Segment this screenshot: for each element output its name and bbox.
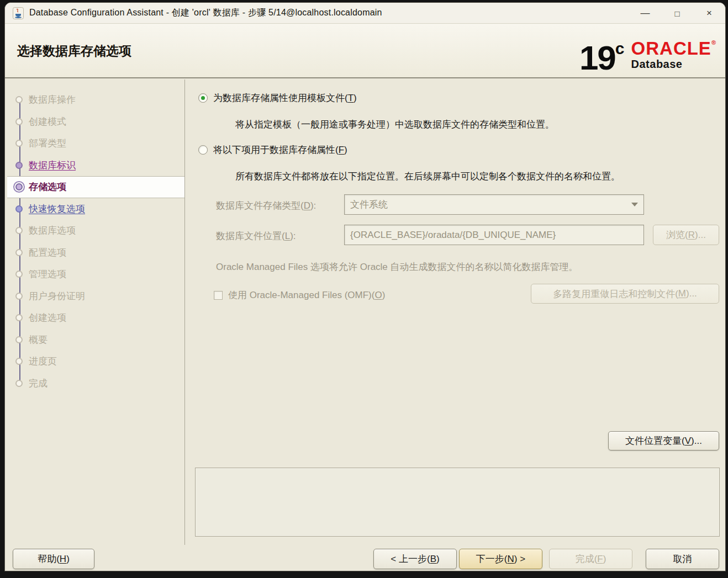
sidebar-item-summary: 概要 (7, 329, 184, 351)
wizard-footer: 帮助(H) < 上一步(B) 下一步(N) > 完成(F) 取消 (5, 545, 725, 571)
step-dot (15, 314, 23, 321)
step-label: 管理选项 (29, 268, 66, 280)
browse-button: 浏览(R)... (653, 225, 719, 245)
window-title: Database Configuration Assistant - 创建 'o… (29, 7, 382, 19)
sidebar-item-creation-option: 创建选项 (7, 307, 184, 329)
storage-options-panel: 为数据库存储属性使用模板文件(T) 将从指定模板（一般用途或事务处理）中选取数据… (187, 78, 725, 545)
multiplex-redo-button: 多路复用重做日志和控制文件(M)... (531, 284, 719, 304)
step-dot (15, 227, 23, 234)
sidebar-item-storage-option: 存储选项 (7, 176, 184, 198)
storage-type-dropdown: 文件系统 (344, 194, 644, 215)
back-button[interactable]: < 上一步(B) (373, 549, 457, 569)
sidebar-item-creation-mode: 创建模式 (7, 111, 184, 133)
sidebar-item-user-credentials: 用户身份证明 (7, 285, 184, 307)
step-label: 用户身份证明 (29, 290, 85, 303)
step-dot (15, 380, 23, 387)
sidebar-item-progress-page: 进度页 (7, 351, 184, 373)
step-dot (15, 293, 23, 300)
sidebar-item-configuration-options: 配置选项 (7, 242, 184, 264)
step-dot (15, 162, 23, 169)
radio-use-template-file[interactable] (198, 93, 208, 103)
java-app-icon (13, 7, 24, 19)
omf-note: Oracle Managed Files 选项将允许 Oracle 自动生成数据… (216, 261, 578, 273)
help-button[interactable]: 帮助(H) (13, 549, 94, 569)
sidebar-item-fast-recovery-option[interactable]: 快速恢复选项 (7, 198, 184, 220)
storage-type-value: 文件系统 (350, 198, 388, 211)
file-location-value: {ORACLE_BASE}/oradata/{DB_UNIQUE_NAME} (350, 230, 556, 241)
message-panel (195, 468, 720, 537)
radio-use-template-label: 为数据库存储属性使用模板文件(T) (213, 92, 357, 104)
step-label: 数据库标识 (29, 159, 76, 172)
step-label: 概要 (29, 333, 48, 346)
step-label: 快速恢复选项 (29, 203, 85, 215)
omf-checkbox (214, 291, 223, 300)
close-button[interactable]: × (693, 3, 725, 24)
oracle-19c-logo: 19c ORACLE® Database (579, 29, 716, 77)
finish-button: 完成(F) (549, 549, 632, 569)
chevron-down-icon (631, 203, 638, 206)
step-dot (15, 336, 23, 343)
omf-checkbox-label: 使用 Oracle-Managed Files (OMF)(O) (228, 289, 385, 301)
sidebar-item-finish: 完成 (7, 373, 184, 395)
file-location-variables-button[interactable]: 文件位置变量(V)... (608, 431, 719, 450)
step-label: 创建选项 (29, 311, 66, 324)
step-dot (15, 183, 23, 190)
step-label: 进度页 (29, 355, 57, 368)
page-title: 选择数据库存储选项 (17, 43, 131, 60)
file-location-label: 数据库文件位置(L): (216, 230, 296, 242)
database-wordmark: Database (631, 57, 716, 71)
next-button[interactable]: 下一步(N) > (459, 549, 542, 569)
file-location-input: {ORACLE_BASE}/oradata/{DB_UNIQUE_NAME} (344, 225, 644, 245)
step-label: 配置选项 (29, 246, 66, 259)
sidebar-item-database-options: 数据库选项 (7, 220, 184, 242)
sidebar-item-database-identification[interactable]: 数据库标识 (7, 155, 184, 177)
step-dot (15, 140, 23, 147)
storage-type-label: 数据库文件存储类型(D): (216, 199, 316, 212)
step-label: 部署类型 (29, 137, 66, 150)
sidebar-item-database-operation: 数据库操作 (7, 89, 184, 111)
title-bar[interactable]: Database Configuration Assistant - 创建 'o… (5, 3, 725, 24)
step-dot (15, 358, 23, 365)
step-dot (15, 271, 23, 278)
minimize-button[interactable]: — (629, 3, 661, 24)
step-dot (15, 249, 23, 256)
radio-use-following-label: 将以下项用于数据库存储属性(F) (213, 144, 347, 156)
step-label: 存储选项 (29, 181, 66, 193)
wizard-header: 选择数据库存储选项 19c ORACLE® Database (5, 24, 725, 78)
step-label: 数据库操作 (29, 93, 76, 106)
dbca-window: Database Configuration Assistant - 创建 'o… (4, 2, 726, 571)
step-dot (15, 96, 23, 103)
sidebar-item-deployment-type: 部署类型 (7, 132, 184, 155)
radio-use-following[interactable] (198, 145, 208, 155)
wizard-steps-sidebar: 数据库操作创建模式部署类型数据库标识存储选项快速恢复选项数据库选项配置选项管理选… (7, 79, 185, 545)
step-label: 创建模式 (29, 115, 66, 128)
following-description: 所有数据库文件都将放在以下指定位置。在后续屏幕中可以定制各个数据文件的名称和位置… (235, 170, 620, 183)
oracle-wordmark: ORACLE® (631, 34, 716, 57)
template-description: 将从指定模板（一般用途或事务处理）中选取数据库文件的存储类型和位置。 (235, 118, 555, 131)
cancel-button[interactable]: 取消 (646, 549, 719, 569)
maximize-button[interactable]: □ (661, 3, 693, 24)
step-label: 完成 (29, 377, 48, 390)
step-dot (15, 205, 23, 213)
step-dot (15, 118, 23, 125)
sidebar-item-management-options: 管理选项 (7, 263, 184, 285)
step-label: 数据库选项 (29, 224, 76, 237)
